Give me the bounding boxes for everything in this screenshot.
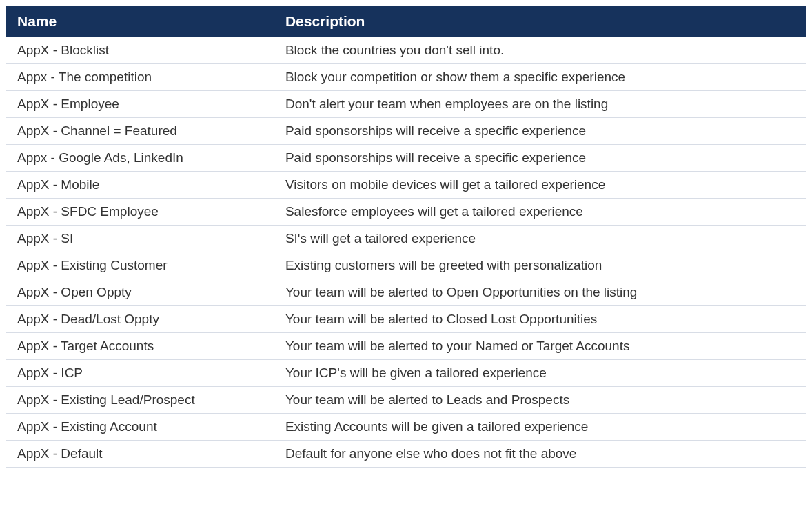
- cell-description: Don't alert your team when employees are…: [274, 91, 806, 118]
- table-header-row: Name Description: [6, 6, 806, 37]
- table-row: AppX - Default Default for anyone else w…: [6, 441, 806, 468]
- table-row: AppX - Employee Don't alert your team wh…: [6, 91, 806, 118]
- table-row: AppX - Channel = Featured Paid sponsorsh…: [6, 118, 806, 145]
- cell-name: AppX - ICP: [6, 360, 274, 387]
- cell-description: Visitors on mobile devices will get a ta…: [274, 172, 806, 199]
- header-name: Name: [6, 6, 274, 37]
- cell-name: AppX - Existing Account: [6, 414, 274, 441]
- segments-table: Name Description AppX - Blocklist Block …: [6, 6, 806, 468]
- cell-name: AppX - Existing Customer: [6, 252, 274, 279]
- cell-description: Existing Accounts will be given a tailor…: [274, 414, 806, 441]
- cell-name: AppX - Existing Lead/Prospect: [6, 387, 274, 414]
- cell-description: Your team will be alerted to Open Opport…: [274, 279, 806, 306]
- cell-name: AppX - Employee: [6, 91, 274, 118]
- cell-name: AppX - Mobile: [6, 172, 274, 199]
- cell-name: AppX - Target Accounts: [6, 333, 274, 360]
- cell-description: Salesforce employees will get a tailored…: [274, 199, 806, 226]
- cell-name: Appx - Google Ads, LinkedIn: [6, 145, 274, 172]
- cell-description: Paid sponsorships will receive a specifi…: [274, 118, 806, 145]
- cell-description: Block your competition or show them a sp…: [274, 64, 806, 91]
- table-row: AppX - Existing Lead/Prospect Your team …: [6, 387, 806, 414]
- cell-description: Default for anyone else who does not fit…: [274, 441, 806, 468]
- table-row: AppX - Dead/Lost Oppty Your team will be…: [6, 306, 806, 333]
- table-row: Appx - Google Ads, LinkedIn Paid sponsor…: [6, 145, 806, 172]
- cell-description: Existing customers will be greeted with …: [274, 252, 806, 279]
- table-row: Appx - The competition Block your compet…: [6, 64, 806, 91]
- table-row: AppX - Mobile Visitors on mobile devices…: [6, 172, 806, 199]
- cell-name: Appx - The competition: [6, 64, 274, 91]
- table-row: AppX - Target Accounts Your team will be…: [6, 333, 806, 360]
- cell-description: Paid sponsorships will receive a specifi…: [274, 145, 806, 172]
- table-row: AppX - Blocklist Block the countries you…: [6, 37, 806, 64]
- cell-name: AppX - SI: [6, 226, 274, 252]
- table-row: AppX - Open Oppty Your team will be aler…: [6, 279, 806, 306]
- cell-name: AppX - SFDC Employee: [6, 199, 274, 226]
- table-row: AppX - Existing Customer Existing custom…: [6, 252, 806, 279]
- table-row: AppX - Existing Account Existing Account…: [6, 414, 806, 441]
- cell-description: SI's will get a tailored experience: [274, 226, 806, 252]
- cell-description: Your team will be alerted to Closed Lost…: [274, 306, 806, 333]
- header-description: Description: [274, 6, 806, 37]
- table-row: AppX - SI SI's will get a tailored exper…: [6, 226, 806, 252]
- cell-description: Your team will be alerted to Leads and P…: [274, 387, 806, 414]
- cell-name: AppX - Default: [6, 441, 274, 468]
- cell-description: Your team will be alerted to your Named …: [274, 333, 806, 360]
- cell-name: AppX - Blocklist: [6, 37, 274, 64]
- cell-name: AppX - Dead/Lost Oppty: [6, 306, 274, 333]
- cell-description: Your ICP's will be given a tailored expe…: [274, 360, 806, 387]
- cell-name: AppX - Channel = Featured: [6, 118, 274, 145]
- cell-name: AppX - Open Oppty: [6, 279, 274, 306]
- table-row: AppX - ICP Your ICP's will be given a ta…: [6, 360, 806, 387]
- table-row: AppX - SFDC Employee Salesforce employee…: [6, 199, 806, 226]
- cell-description: Block the countries you don't sell into.: [274, 37, 806, 64]
